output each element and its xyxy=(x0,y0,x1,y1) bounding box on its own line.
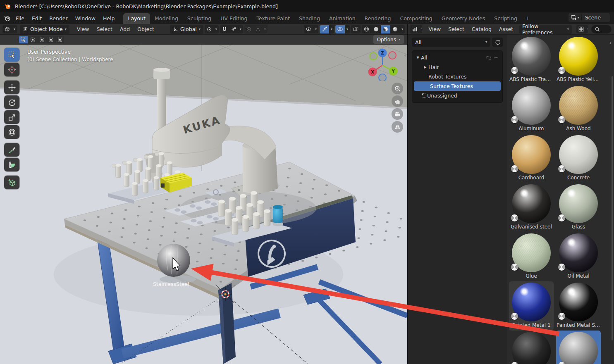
asset-tile-abs-plastic-trans[interactable]: ABS Plastic Trans-… xyxy=(509,36,554,85)
xray-toggle[interactable] xyxy=(351,25,361,33)
move-catalog-icon xyxy=(486,55,492,61)
asset-menu-catalog[interactable]: Catalog xyxy=(468,24,495,34)
camera-view-button[interactable] xyxy=(392,108,403,120)
asset-search-input[interactable] xyxy=(591,25,612,33)
viewport-menu-add[interactable]: Add xyxy=(116,24,134,34)
tool-measure-button[interactable] xyxy=(4,158,19,171)
workspace-tab-geometry-nodes[interactable]: Geometry Nodes xyxy=(437,13,490,24)
asset-menu-asset[interactable]: Asset xyxy=(495,24,517,34)
viewport-canvas[interactable]: KUKA xyxy=(0,35,407,364)
asset-tile-concrete[interactable]: Concrete xyxy=(556,134,601,183)
menu-render[interactable]: Render xyxy=(45,14,72,23)
asset-tile-cardboard[interactable]: Cardboard xyxy=(509,134,554,183)
gizmos-toggle[interactable]: ▾ xyxy=(320,25,334,33)
asset-tile-oil-metal[interactable]: Oil Metal xyxy=(556,232,601,281)
rendered-shading-button[interactable] xyxy=(390,25,400,33)
display-mode-dropdown[interactable]: ▾ xyxy=(576,25,588,33)
select-mode-tweak-button[interactable] xyxy=(19,36,28,43)
select-mode-box-button[interactable] xyxy=(28,36,37,43)
asset-tile-stainlesssteel[interactable]: StainlessSteel xyxy=(556,331,601,364)
asset-library-dropdown[interactable]: Follow Preferences ▾ xyxy=(519,25,572,34)
catalog-item-hair[interactable]: ▶Hair xyxy=(412,62,502,72)
axis-neg-x-ball[interactable] xyxy=(389,52,396,59)
workspace-tab-uv-editing[interactable]: UV Editing xyxy=(216,13,252,24)
workspace-tab-sculpting[interactable]: Sculpting xyxy=(183,13,216,24)
asset-tile-painted-metal-scr[interactable]: Painted Metal Scr… xyxy=(556,281,601,331)
menu-help[interactable]: Help xyxy=(99,14,119,23)
catalog-item-robot-textures[interactable]: Robot Textures xyxy=(412,72,502,81)
asset-tile-aluminum[interactable]: Aluminum xyxy=(509,85,554,134)
asset-grid-area: ABS Plastic Trans-…ABS Plastic YellowAlu… xyxy=(507,35,614,364)
catalog-item-surface-textures[interactable]: Surface Textures xyxy=(414,81,501,91)
tool-transform-button[interactable] xyxy=(4,125,19,139)
asset-tile-glue[interactable]: Glue xyxy=(509,232,554,281)
viewport-menu-view[interactable]: View xyxy=(73,24,93,34)
object-visibility-dropdown[interactable]: ▾ xyxy=(304,25,318,33)
asset-tile-ash-wood[interactable]: Ash Wood xyxy=(556,85,601,134)
select-mode-extend-button[interactable] xyxy=(55,36,64,43)
add-workspace-button[interactable]: + xyxy=(522,13,533,24)
panel-collapse-arrow[interactable]: ‹ xyxy=(609,40,612,46)
tool-move-button[interactable] xyxy=(4,81,19,94)
pivot-point-dropdown[interactable]: ▾ xyxy=(205,25,219,33)
workspace-tab-rendering[interactable]: Rendering xyxy=(360,13,396,24)
tool-cursor-button[interactable] xyxy=(4,63,19,76)
workspace-tab-modeling[interactable]: Modeling xyxy=(150,13,183,24)
app-menu-button[interactable] xyxy=(2,14,12,23)
blue-knob[interactable] xyxy=(272,205,283,226)
workspace-tab-shading[interactable]: Shading xyxy=(294,13,325,24)
options-button[interactable]: Options ▾ xyxy=(373,35,404,44)
asset-tile-galvanised-steel[interactable]: Galvanised steel xyxy=(509,183,554,232)
menu-file[interactable]: File xyxy=(12,14,28,23)
navigation-gizmo[interactable]: Z X Y xyxy=(365,46,400,81)
disclosure-down-icon[interactable]: ▼ xyxy=(415,56,421,59)
viewport-menu-object[interactable]: Object xyxy=(134,24,158,34)
asset-menu-view[interactable]: View xyxy=(425,24,445,34)
catalog-filter-dropdown[interactable]: All ▾ xyxy=(412,38,490,47)
axis-neg-z-ball[interactable] xyxy=(379,74,386,81)
transform-orientation-dropdown[interactable]: Global ▾ xyxy=(170,25,203,34)
select-mode-lasso-button[interactable] xyxy=(46,36,55,43)
workspace-tab-animation[interactable]: Animation xyxy=(325,13,360,24)
proportional-edit-controls[interactable]: ▾ xyxy=(244,25,268,33)
catalog-item-all[interactable]: ▼All xyxy=(412,53,502,62)
asset-name: Galvanised steel xyxy=(511,224,552,230)
asset-tile-glass[interactable]: Glass xyxy=(556,183,601,232)
tool-add-cube-button[interactable] xyxy=(4,176,19,189)
scrollbar[interactable] xyxy=(612,76,613,340)
axis-neg-y-ball[interactable] xyxy=(370,52,377,60)
snap-controls[interactable]: ▾ xyxy=(220,25,243,33)
menu-window[interactable]: Window xyxy=(72,14,99,23)
workspace-tab-scripting[interactable]: Scripting xyxy=(490,13,522,24)
mode-dropdown[interactable]: Object Mode ▾ xyxy=(20,25,69,34)
viewport-menu-select[interactable]: Select xyxy=(93,24,116,34)
scene-render[interactable]: KUKA xyxy=(0,35,407,364)
refresh-library-button[interactable] xyxy=(492,38,503,47)
workspace-tab-texture-paint[interactable]: Texture Paint xyxy=(252,13,294,24)
zoom-button[interactable] xyxy=(392,83,403,94)
tool-scale-button[interactable] xyxy=(4,110,19,124)
asset-menu-select[interactable]: Select xyxy=(444,24,468,34)
editor-type-selector[interactable]: ▾ xyxy=(2,25,17,33)
editor-type-selector[interactable]: ▾ xyxy=(410,25,422,33)
asset-tile-rubberblack[interactable]: RubberBlack xyxy=(509,331,554,364)
tool-annotate-button[interactable] xyxy=(4,143,19,157)
pan-button[interactable] xyxy=(392,95,403,107)
workspace-tab-compositing[interactable]: Compositing xyxy=(395,13,437,24)
scene-selector[interactable]: ▾ Scene xyxy=(569,13,610,22)
asset-tile-abs-plastic-yellow[interactable]: ABS Plastic Yellow xyxy=(556,36,601,85)
catalog-item-unassigned[interactable]: Unassigned xyxy=(412,91,502,100)
disclosure-right-icon[interactable]: ▶ xyxy=(422,65,428,69)
perspective-toggle-button[interactable] xyxy=(392,121,403,133)
tool-select-box-button[interactable] xyxy=(4,48,19,62)
overlays-toggle[interactable]: ▾ xyxy=(335,25,350,33)
material-preview-button[interactable] xyxy=(381,25,390,33)
select-mode-circle-button[interactable] xyxy=(37,36,46,43)
tool-rotate-button[interactable] xyxy=(4,95,19,109)
menu-edit[interactable]: Edit xyxy=(28,14,45,23)
wireframe-shading-button[interactable] xyxy=(362,25,371,33)
sidebar-collapse-arrow[interactable]: ‹ xyxy=(404,52,406,58)
asset-tile-painted-metal-1[interactable]: Painted Metal 1 xyxy=(509,281,554,331)
workspace-tab-layout[interactable]: Layout xyxy=(123,13,150,24)
solid-shading-button[interactable] xyxy=(371,25,381,33)
